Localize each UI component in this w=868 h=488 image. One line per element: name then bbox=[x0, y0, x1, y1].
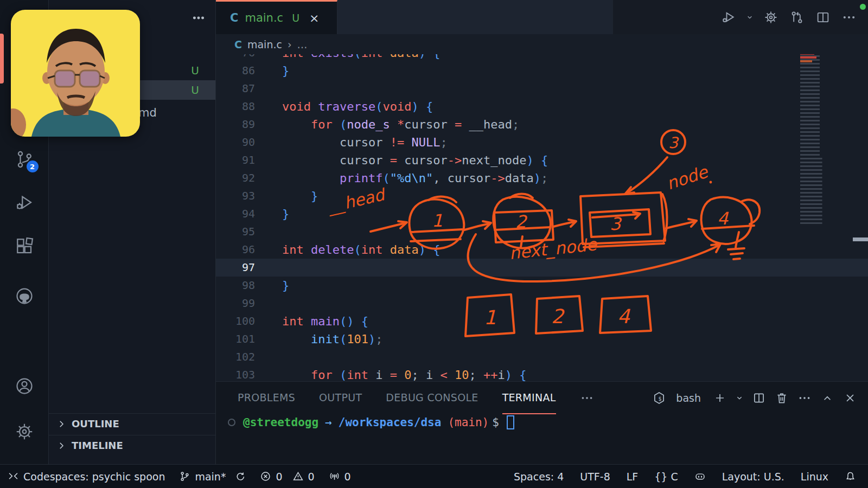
code-line-95[interactable]: 95 bbox=[216, 223, 868, 241]
split-terminal-button[interactable] bbox=[750, 389, 768, 407]
code-line-76[interactable]: 76int exists(int data) { bbox=[216, 54, 868, 62]
code-line-103[interactable]: 103 for (int i = 0; i < 10; ++i) { bbox=[216, 366, 868, 381]
code-line-96[interactable]: 96int delete(int data) { bbox=[216, 241, 868, 259]
line-number: 76 bbox=[216, 54, 255, 62]
breadcrumb[interactable]: C main.c › … bbox=[216, 34, 868, 54]
minimap-change-mark bbox=[800, 56, 816, 59]
code-line-87[interactable]: 87 bbox=[216, 80, 868, 98]
accent-strip bbox=[0, 34, 4, 84]
code-line-98[interactable]: 98} bbox=[216, 277, 868, 294]
git-branch-indicator[interactable]: main* bbox=[179, 471, 246, 483]
bell-icon bbox=[845, 471, 856, 482]
sidebar-more-actions[interactable] bbox=[192, 12, 206, 24]
svg-text:$: $ bbox=[659, 396, 662, 402]
chevron-right-icon bbox=[56, 419, 66, 429]
overview-ruler-cursor-mark bbox=[853, 237, 868, 241]
encoding-indicator[interactable]: UTF-8 bbox=[580, 471, 610, 483]
terminal-actions: $ bash bbox=[650, 382, 859, 414]
tab-main-c[interactable]: C main.c U × bbox=[216, 0, 337, 34]
trash-icon bbox=[775, 391, 789, 405]
git-branch-icon bbox=[179, 471, 190, 482]
tab-debug-console[interactable]: DEBUG CONSOLE bbox=[386, 382, 478, 414]
webcam-overlay[interactable] bbox=[11, 10, 140, 137]
tab-output[interactable]: OUTPUT bbox=[319, 382, 362, 414]
prompt-user: @streetdogg bbox=[243, 416, 318, 429]
problems-indicator[interactable]: 0 0 bbox=[260, 471, 314, 483]
broadcast-icon bbox=[329, 471, 340, 482]
extensions-icon[interactable] bbox=[12, 234, 36, 258]
keyboard-layout-indicator[interactable]: Layout: U.S. bbox=[722, 471, 784, 483]
shell-name[interactable]: bash bbox=[676, 392, 701, 404]
code-line-102[interactable]: 102 bbox=[216, 348, 868, 366]
github-icon[interactable] bbox=[12, 284, 36, 308]
run-or-debug-button[interactable] bbox=[718, 7, 739, 28]
code-line-99[interactable]: 99 bbox=[216, 294, 868, 312]
split-editor-button[interactable] bbox=[813, 7, 833, 28]
terminal-dropdown-chevron[interactable] bbox=[733, 389, 745, 407]
ports-indicator[interactable]: 0 bbox=[329, 471, 351, 483]
code-line-89[interactable]: 89 for (node_s *cursor = __head; bbox=[216, 115, 868, 133]
code-line-100[interactable]: 100int main() { bbox=[216, 312, 868, 330]
run-debug-icon[interactable] bbox=[12, 191, 36, 215]
editor-more-actions[interactable] bbox=[839, 7, 859, 28]
code-line-97[interactable]: 97 bbox=[216, 259, 868, 277]
code-line-86[interactable]: 86} bbox=[216, 62, 868, 80]
code-line-101[interactable]: 101 init(101); bbox=[216, 330, 868, 348]
tab-terminal[interactable]: TERMINAL bbox=[502, 382, 556, 414]
compare-changes-button[interactable] bbox=[787, 7, 807, 28]
settings-gear-icon[interactable] bbox=[12, 420, 36, 444]
git-untracked-badge: U bbox=[292, 12, 299, 24]
glasses-right-lens bbox=[80, 70, 100, 87]
copilot-indicator[interactable] bbox=[694, 471, 706, 482]
status-bar: Codespaces: psychic spoon main* 0 0 0 Sp… bbox=[0, 464, 868, 488]
indentation-indicator[interactable]: Spaces: 4 bbox=[514, 471, 564, 483]
os-indicator[interactable]: Linux bbox=[801, 471, 828, 483]
presenter-avatar bbox=[11, 10, 140, 137]
bottom-panel: PROBLEMS OUTPUT DEBUG CONSOLE TERMINAL $… bbox=[216, 381, 868, 464]
tab-problems[interactable]: PROBLEMS bbox=[238, 382, 295, 414]
gear-icon bbox=[15, 422, 34, 441]
line-number: 101 bbox=[216, 330, 255, 348]
chevron-down-icon bbox=[733, 391, 745, 405]
terminal-cursor bbox=[507, 415, 514, 429]
minimap-change-mark bbox=[800, 54, 814, 55]
error-icon bbox=[260, 471, 271, 482]
notifications-bell[interactable] bbox=[845, 471, 856, 482]
play-bug-icon bbox=[721, 10, 736, 25]
panel-more-actions[interactable] bbox=[795, 389, 814, 407]
code-line-93[interactable]: 93 } bbox=[216, 187, 868, 205]
pull-request-icon bbox=[789, 10, 805, 25]
minimap[interactable] bbox=[800, 54, 828, 225]
new-terminal-button[interactable] bbox=[711, 389, 729, 407]
remote-indicator[interactable]: Codespaces: psychic spoon bbox=[8, 471, 165, 483]
timeline-section[interactable]: TIMELINE bbox=[49, 435, 215, 455]
outline-section[interactable]: OUTLINE bbox=[49, 413, 215, 434]
chevron-right-icon bbox=[56, 441, 66, 451]
panel-tabs-more[interactable] bbox=[580, 392, 596, 404]
code-line-88[interactable]: 88void traverse(void) { bbox=[216, 98, 868, 115]
eol-indicator[interactable]: LF bbox=[627, 471, 639, 483]
split-icon bbox=[752, 391, 766, 405]
tabstrip-empty-area bbox=[337, 0, 613, 34]
code-editor[interactable]: 76int exists(int data) {86}8788void trav… bbox=[216, 54, 868, 381]
chevron-down-icon bbox=[744, 10, 755, 25]
code-line-90[interactable]: 90 cursor != NULL; bbox=[216, 133, 868, 151]
language-indicator[interactable]: {} C bbox=[654, 471, 678, 483]
terminal-prompt[interactable]: @streetdogg → /workspaces/dsa (main) $ bbox=[228, 415, 514, 429]
code-line-94[interactable]: 94} bbox=[216, 205, 868, 223]
accounts-icon[interactable] bbox=[12, 374, 36, 398]
breadcrumb-more[interactable]: … bbox=[297, 38, 308, 50]
close-panel-button[interactable] bbox=[841, 389, 859, 407]
source-control-icon[interactable]: 2 bbox=[12, 147, 36, 171]
settings-gear-button[interactable] bbox=[761, 7, 781, 28]
code-line-91[interactable]: 91 cursor = cursor->next_node) { bbox=[216, 151, 868, 169]
kill-terminal-button[interactable] bbox=[773, 389, 791, 407]
run-dropdown-chevron[interactable] bbox=[744, 7, 755, 28]
tab-close-icon[interactable]: × bbox=[309, 11, 319, 25]
line-number: 100 bbox=[216, 312, 255, 330]
code-line-92[interactable]: 92 printf("%d\n", cursor->data); bbox=[216, 169, 868, 187]
maximize-panel-button[interactable] bbox=[818, 389, 837, 407]
code-lines: 76int exists(int data) {86}8788void trav… bbox=[216, 54, 868, 381]
bash-terminal-icon: $ bbox=[650, 389, 668, 407]
line-number: 97 bbox=[216, 259, 255, 277]
